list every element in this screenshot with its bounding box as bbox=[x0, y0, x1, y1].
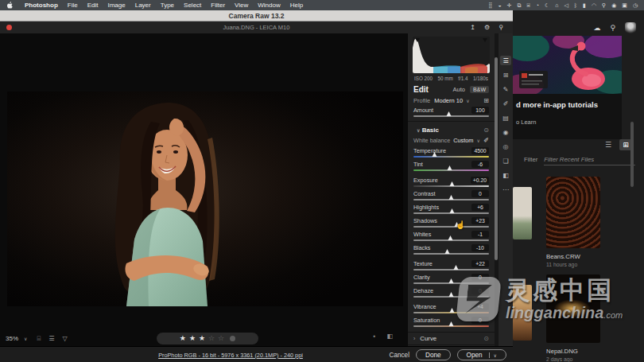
white-balance-select[interactable]: Custom bbox=[453, 137, 473, 144]
slider-vibrance[interactable]: Vibrance+4 bbox=[408, 302, 495, 315]
filter-funnel-icon[interactable]: ▽ bbox=[62, 335, 67, 343]
highlight-clip-icon[interactable] bbox=[483, 38, 487, 42]
workflow-options-link[interactable]: ProPhoto RGB - 16 bit - 5976 x 3361 (20.… bbox=[87, 352, 374, 359]
tutorial-banner-image[interactable] bbox=[513, 36, 622, 94]
histogram[interactable] bbox=[413, 37, 490, 73]
cloud-sync-icon[interactable]: ☁ bbox=[593, 24, 600, 32]
recent-file-thumb-partial[interactable] bbox=[513, 285, 532, 341]
section-curve[interactable]: › Curve ⊙ bbox=[408, 332, 495, 344]
avatar[interactable] bbox=[625, 22, 636, 33]
slider-saturation[interactable]: Saturation0 bbox=[408, 316, 495, 329]
search-icon[interactable]: ⚲ bbox=[610, 24, 615, 32]
more-options-icon[interactable]: ⋯ bbox=[500, 185, 511, 194]
plus-icon[interactable]: ✛ bbox=[507, 0, 512, 10]
apple-menu-icon[interactable] bbox=[6, 2, 13, 9]
slider-dehaze[interactable]: Dehaze0 bbox=[408, 286, 495, 299]
star-icon[interactable]: ☆ bbox=[218, 333, 224, 344]
image-canvas[interactable]: 35% ∨ ⌸ ☰ ▽ ★ ★ ★ ☆ ☆ ▪ ◧ bbox=[0, 33, 407, 346]
file-name[interactable]: Beans.CRW bbox=[546, 253, 580, 260]
shadow-clip-icon[interactable] bbox=[415, 38, 420, 42]
menu-select[interactable]: Select bbox=[179, 2, 206, 9]
file-name[interactable]: Nepal.DNG bbox=[546, 348, 578, 355]
moon-icon[interactable]: ☾ bbox=[545, 0, 549, 10]
menu-layer[interactable]: Layer bbox=[130, 2, 156, 9]
menu-help[interactable]: Help bbox=[285, 2, 308, 9]
profile-select[interactable]: Modern 10 bbox=[434, 97, 463, 104]
slider-blacks[interactable]: Blacks-10 bbox=[408, 243, 495, 256]
bluetooth-icon[interactable]: ᛒ bbox=[574, 0, 577, 10]
basic-section-header[interactable]: ∨ Basic ⊙ bbox=[408, 124, 495, 136]
cancel-button[interactable]: Cancel bbox=[389, 352, 409, 359]
filmstrip-icon[interactable]: ⌸ bbox=[37, 335, 41, 343]
panel-scrollbar[interactable] bbox=[495, 57, 498, 260]
eyedropper-icon[interactable]: ✐ bbox=[483, 137, 489, 144]
edit-panel-icon[interactable]: ☰ bbox=[500, 56, 511, 65]
zoom-tool-icon[interactable]: ⚲ bbox=[499, 24, 503, 31]
brush-icon[interactable]: ✐ bbox=[500, 99, 511, 108]
preview-eye-icon[interactable]: ◎ bbox=[500, 142, 511, 151]
control-center-icon[interactable]: ▣ bbox=[622, 0, 627, 10]
scrollbar[interactable] bbox=[630, 122, 634, 187]
red-eye-icon[interactable]: ◉ bbox=[500, 127, 511, 137]
volume-icon[interactable]: ◁ bbox=[564, 0, 568, 10]
menu-filter[interactable]: Filter bbox=[206, 2, 230, 9]
slider-contrast[interactable]: Contrast0 bbox=[408, 189, 495, 202]
export-icon[interactable]: ↥ bbox=[470, 24, 475, 31]
menu-view[interactable]: View bbox=[230, 2, 253, 9]
star-icon[interactable]: ☆ bbox=[208, 333, 215, 344]
menu-file[interactable]: File bbox=[63, 2, 83, 9]
slider-amount[interactable]: Amount 100 bbox=[408, 106, 495, 119]
presets-icon[interactable]: ❏ bbox=[500, 156, 511, 165]
recent-file-thumb-beans[interactable] bbox=[546, 177, 600, 248]
creative-cloud-icon[interactable]: ◒ bbox=[498, 0, 501, 10]
settings-gear-icon[interactable]: ⚙ bbox=[484, 24, 490, 31]
wifi-icon[interactable]: ◠ bbox=[592, 0, 596, 10]
recent-file-thumb-partial[interactable] bbox=[513, 187, 532, 239]
eye-icon[interactable]: ⊙ bbox=[483, 335, 489, 342]
split-view-icon[interactable]: ◧ bbox=[500, 170, 511, 180]
dropbox-icon[interactable]: ⣿ bbox=[488, 0, 492, 10]
profile-browser-icon[interactable]: ⊞ bbox=[483, 97, 489, 104]
menu-window[interactable]: Window bbox=[253, 2, 285, 9]
slider-highlights[interactable]: Highlights+6 bbox=[408, 203, 495, 216]
crop-icon[interactable]: ⊞ bbox=[500, 70, 511, 80]
battery-icon[interactable]: ▮ bbox=[583, 0, 586, 10]
slider-whites[interactable]: Whites-1 bbox=[408, 230, 495, 243]
before-after-icon[interactable]: ◧ bbox=[386, 333, 393, 340]
slider-shadows[interactable]: Shadows+23 ☝ bbox=[408, 216, 495, 229]
menu-photoshop[interactable]: Photoshop bbox=[20, 2, 63, 9]
slider-tint[interactable]: Tint-6 bbox=[408, 160, 495, 173]
open-button[interactable]: Open ∨ bbox=[457, 349, 506, 360]
open-options-chevron-icon[interactable]: ∨ bbox=[489, 352, 497, 358]
slider-exposure[interactable]: Exposure+0.20 bbox=[408, 176, 495, 189]
bw-button[interactable]: B&W bbox=[470, 86, 489, 93]
color-label-toggle[interactable] bbox=[230, 336, 235, 341]
recent-file-thumb-nepal[interactable] bbox=[546, 274, 600, 343]
star-icon[interactable]: ★ bbox=[180, 333, 186, 344]
menu-edit[interactable]: Edit bbox=[83, 2, 103, 9]
heal-icon[interactable]: ✎ bbox=[500, 84, 511, 94]
dot-view-icon[interactable]: ▪ bbox=[374, 333, 376, 340]
star-rating[interactable]: ★ ★ ★ ☆ ☆ bbox=[157, 333, 258, 344]
clock-icon[interactable]: ◷ bbox=[633, 0, 638, 10]
done-button[interactable]: Done bbox=[416, 349, 451, 360]
windows-icon[interactable]: ⧉ bbox=[518, 0, 522, 10]
filter-recent-files-input[interactable]: Filter Recent Files bbox=[544, 156, 635, 165]
banner-learn-link[interactable]: o Learn bbox=[516, 119, 619, 126]
slider-temperature[interactable]: Temperature4500 bbox=[408, 146, 495, 159]
slider-clarity[interactable]: Clarity0 bbox=[408, 273, 495, 286]
zoom-level-select[interactable]: 35% ∨ bbox=[0, 335, 27, 342]
photo-preview[interactable] bbox=[7, 91, 403, 306]
dock-icon[interactable]: ⌂ bbox=[555, 0, 558, 10]
timer-icon[interactable]: ◔ bbox=[536, 0, 539, 10]
auto-button[interactable]: Auto bbox=[453, 86, 465, 93]
star-icon[interactable]: ★ bbox=[189, 333, 196, 344]
menu-image[interactable]: Image bbox=[103, 2, 130, 9]
sort-icon[interactable]: ☰ bbox=[48, 335, 54, 343]
camera-raw-titlebar[interactable]: Camera Raw 13.2 bbox=[0, 10, 513, 21]
star-icon[interactable]: ★ bbox=[199, 333, 205, 344]
eye-icon[interactable]: ⊙ bbox=[483, 127, 489, 134]
spotlight-icon[interactable]: ⚲ bbox=[602, 0, 606, 10]
list-view-button[interactable]: ☰ bbox=[602, 139, 615, 150]
display-icon[interactable]: ⌸ bbox=[527, 0, 530, 10]
